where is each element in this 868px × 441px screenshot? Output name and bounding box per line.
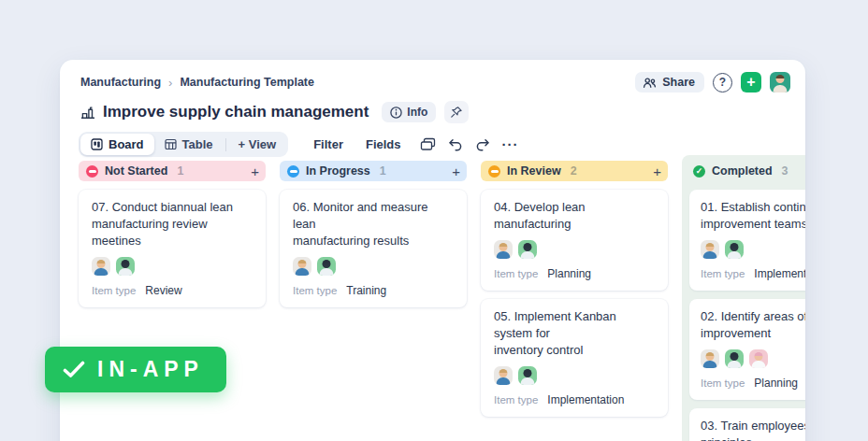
- status-in-progress-icon: [287, 165, 299, 178]
- tab-board-label: Board: [108, 137, 144, 151]
- pin-icon: [450, 106, 463, 119]
- card-title: 02. Identify areas of improvement: [701, 308, 805, 342]
- avatar-man-beard[interactable]: [116, 257, 135, 276]
- toolbar-icons: ···: [420, 136, 519, 152]
- card-07[interactable]: 07. Conduct biannual lean manufacturing …: [79, 190, 266, 307]
- column-name: In Progress: [306, 164, 370, 178]
- card-03[interactable]: 03. Train employees on lean principles: [689, 408, 805, 441]
- info-label: Info: [407, 106, 427, 119]
- card-title: 03. Train employees on lean principles: [701, 418, 805, 441]
- avatar-man-blond[interactable]: [92, 257, 110, 276]
- item-type-label: Item type: [92, 285, 136, 296]
- column-count: 1: [380, 164, 386, 178]
- tab-table-label: Table: [182, 137, 213, 151]
- card-title: 07. Conduct biannual lean manufacturing …: [92, 199, 253, 249]
- avatar-man-beard[interactable]: [518, 366, 537, 385]
- card-assignees: [494, 366, 655, 385]
- avatar-man-blond[interactable]: [494, 366, 513, 385]
- item-type-value: Implementation: [754, 267, 805, 280]
- item-type-row: Item type Implementation: [701, 267, 805, 280]
- item-type-label: Item type: [701, 268, 745, 279]
- card-title: 06. Monitor and measure lean manufacturi…: [293, 199, 454, 249]
- column-name: In Review: [507, 164, 561, 178]
- column-header-completed: ✓ Completed 3: [689, 161, 805, 181]
- item-type-row: Item type Review: [92, 284, 253, 297]
- breadcrumb-item-template[interactable]: Manufacturing Template: [180, 76, 314, 89]
- avatar-man-blond[interactable]: [293, 257, 311, 276]
- pin-button[interactable]: [444, 101, 469, 123]
- status-not-started-icon: [86, 165, 98, 178]
- card-assignees: [494, 240, 655, 259]
- card-title: 01. Establish continuous improvement tea…: [701, 199, 805, 233]
- share-label: Share: [662, 76, 695, 89]
- card-05[interactable]: 05. Implement Kanban system for inventor…: [481, 299, 668, 417]
- item-type-value: Implementation: [547, 393, 624, 406]
- item-type-row: Item type Implementation: [494, 393, 655, 406]
- card-assignees: [701, 349, 805, 368]
- fields-button[interactable]: Fields: [366, 137, 401, 151]
- page-title: Improve supply chain management: [103, 103, 369, 121]
- item-type-value: Planning: [754, 377, 798, 390]
- breadcrumb-separator: ›: [168, 76, 172, 90]
- tab-table[interactable]: Table: [154, 134, 224, 155]
- breadcrumb: Manufacturing › Manufacturing Template: [80, 76, 314, 90]
- column-completed: ✓ Completed 3 01. Establish continuous i…: [682, 155, 805, 441]
- help-button[interactable]: ?: [713, 73, 732, 92]
- header-actions: Share ? +: [635, 72, 790, 92]
- card-assignees: [293, 257, 454, 276]
- add-card-button[interactable]: +: [251, 164, 259, 178]
- share-icon: [643, 77, 657, 89]
- in-app-badge: IN-APP: [45, 347, 226, 392]
- column-count: 3: [782, 164, 788, 178]
- status-in-review-icon: [488, 165, 500, 178]
- breadcrumb-item-manufacturing[interactable]: Manufacturing: [80, 76, 161, 89]
- card-04[interactable]: 04. Develop lean manufacturing Item type…: [481, 190, 668, 291]
- table-icon: [165, 138, 177, 150]
- item-type-label: Item type: [293, 285, 337, 296]
- info-button[interactable]: Info: [382, 102, 436, 122]
- avatar-man-beard[interactable]: [725, 349, 744, 368]
- item-type-label: Item type: [494, 394, 538, 405]
- board-icon: [91, 138, 103, 150]
- user-avatar[interactable]: [770, 72, 790, 92]
- item-type-value: Planning: [547, 267, 591, 280]
- project-icon: [80, 106, 95, 120]
- avatar-man-blond[interactable]: [701, 240, 719, 259]
- redo-icon[interactable]: [475, 138, 490, 151]
- view-tabs: Board Table + View: [79, 132, 288, 157]
- avatar-man-beard[interactable]: [317, 257, 336, 276]
- column-in-review: In Review 2 + 04. Develop lean manufactu…: [481, 161, 668, 417]
- column-header-not-started: Not Started 1 +: [79, 161, 266, 181]
- filter-button[interactable]: Filter: [313, 137, 343, 151]
- avatar-man-blond[interactable]: [701, 349, 719, 368]
- more-options-button[interactable]: ···: [502, 136, 519, 152]
- add-button[interactable]: +: [741, 72, 761, 92]
- column-not-started: Not Started 1 + 07. Conduct biannual lea…: [79, 161, 266, 307]
- tab-board[interactable]: Board: [80, 134, 154, 155]
- share-button[interactable]: Share: [635, 72, 704, 92]
- avatar-man-beard[interactable]: [518, 240, 537, 259]
- add-card-button[interactable]: +: [653, 164, 661, 178]
- card-02[interactable]: 02. Identify areas of improvement Item t…: [689, 299, 805, 400]
- avatar-man-beard[interactable]: [725, 240, 744, 259]
- plus-icon: +: [746, 75, 755, 90]
- add-card-button[interactable]: +: [452, 164, 460, 178]
- card-01[interactable]: 01. Establish continuous improvement tea…: [689, 190, 805, 291]
- tab-add-view[interactable]: + View: [228, 134, 287, 155]
- tab-divider: [225, 138, 226, 151]
- card-title: 04. Develop lean manufacturing: [494, 199, 655, 233]
- undo-icon[interactable]: [448, 138, 463, 151]
- avatar-man-blond[interactable]: [494, 240, 513, 259]
- item-type-label: Item type: [701, 377, 745, 389]
- title-bar: Improve supply chain management Info: [60, 92, 805, 123]
- avatar-woman-pink[interactable]: [749, 349, 768, 368]
- card-06[interactable]: 06. Monitor and measure lean manufacturi…: [280, 190, 467, 307]
- info-icon: [390, 107, 402, 119]
- group-by-icon[interactable]: [420, 137, 436, 151]
- column-header-in-review: In Review 2 +: [481, 161, 668, 181]
- column-count: 2: [571, 164, 577, 178]
- column-name: Completed: [712, 164, 773, 178]
- card-assignees: [92, 257, 253, 276]
- window-header: Manufacturing › Manufacturing Template S…: [60, 60, 805, 92]
- column-count: 1: [177, 164, 183, 178]
